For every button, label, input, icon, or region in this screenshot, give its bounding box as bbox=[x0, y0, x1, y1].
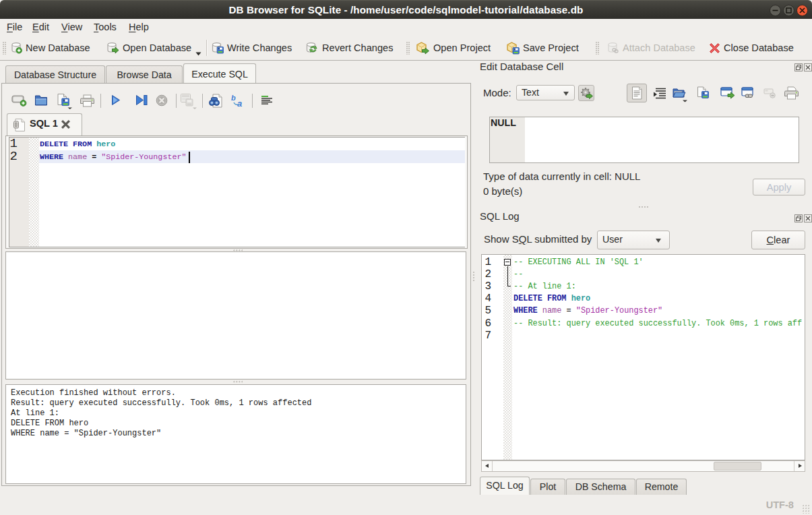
svg-text:b: b bbox=[231, 94, 236, 102]
svg-text:a: a bbox=[237, 98, 242, 108]
